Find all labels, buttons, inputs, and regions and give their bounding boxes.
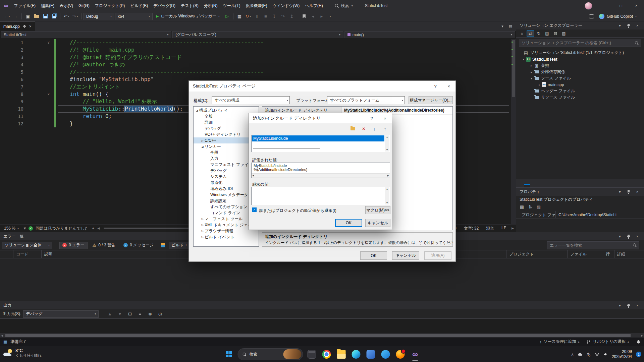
notifications-button[interactable]: [636, 340, 641, 344]
maximize-button[interactable]: □: [613, 0, 629, 11]
clear-all-icon[interactable]: ⊟: [126, 310, 134, 318]
scroll-right-icon[interactable]: ▶: [641, 334, 643, 337]
window-menu-icon[interactable]: ▾: [616, 22, 623, 29]
taskbar-app[interactable]: [379, 347, 392, 362]
start-button[interactable]: [222, 347, 236, 362]
close-icon[interactable]: ×: [634, 22, 641, 29]
step-out-button[interactable]: ↥: [288, 12, 296, 20]
ok-button[interactable]: OK: [335, 219, 362, 227]
expand-arrow-icon[interactable]: ▸: [529, 64, 534, 67]
tree-item[interactable]: ▾ StaticLibTest: [516, 56, 644, 62]
help-button[interactable]: ?: [429, 81, 442, 92]
error-list-search-input[interactable]: [550, 243, 631, 248]
column-line[interactable]: 行: [603, 250, 614, 258]
dialog-title-bar[interactable]: StaticLibTest プロパティ ページ ? ×: [189, 81, 455, 92]
expand-arrow-icon[interactable]: ▷: [200, 224, 205, 227]
expand-arrow-icon[interactable]: ▾: [529, 77, 534, 80]
close-icon[interactable]: ×: [634, 302, 641, 309]
document-health-icon[interactable]: ♥: [23, 226, 26, 231]
ime-indicator[interactable]: あ: [587, 352, 591, 357]
column-severity[interactable]: [0, 250, 13, 258]
taskbar-app[interactable]: [305, 347, 319, 362]
dialog-title-bar[interactable]: 追加のインクルード ディレクトリ ? ×: [249, 113, 392, 123]
scroll-left-icon[interactable]: ◀: [1, 334, 3, 337]
start-without-debugging-button[interactable]: ▷: [223, 12, 231, 20]
tree-item[interactable]: ▸ 外部依存関係: [516, 69, 644, 75]
close-button[interactable]: ×: [378, 113, 392, 123]
editor-vertical-scrollbar[interactable]: [511, 39, 516, 224]
menu-item[interactable]: プロジェクト(P): [92, 0, 128, 11]
configuration-dropdown[interactable]: すべての構成▾: [212, 96, 290, 104]
errors-filter-button[interactable]: × 0 エラー: [59, 242, 88, 249]
taskbar-app[interactable]: [350, 347, 363, 362]
directories-list[interactable]: MyStaticLib/include ▲▼: [251, 135, 390, 152]
select-repository-button[interactable]: リポジトリの選択 ▴: [587, 339, 629, 345]
pin-icon[interactable]: [625, 302, 632, 309]
cancel-button[interactable]: キャンセル: [392, 251, 419, 260]
navigate-back-button[interactable]: ←▾: [3, 12, 11, 20]
categorized-icon[interactable]: ▦: [518, 204, 526, 210]
solution-configuration-dropdown[interactable]: Debug▾: [84, 13, 114, 20]
taskbar-app[interactable]: [394, 347, 407, 362]
refresh-icon[interactable]: ↻: [535, 30, 542, 37]
feedback-chat-button[interactable]: [588, 12, 596, 20]
window-menu-icon[interactable]: ▾: [616, 188, 623, 195]
tree-item[interactable]: リソース ファイル: [516, 94, 644, 101]
column-code[interactable]: コード: [13, 250, 42, 258]
close-button[interactable]: ×: [629, 0, 644, 11]
messages-filter-button[interactable]: i 0 メッセージ: [120, 242, 157, 249]
window-menu-icon[interactable]: ▾: [616, 302, 623, 309]
close-button[interactable]: ×: [442, 81, 455, 92]
inherit-checkbox[interactable]: ✓: [252, 207, 257, 212]
menu-item[interactable]: ビルド(B): [127, 0, 151, 11]
menu-item[interactable]: ツール(T): [220, 0, 243, 11]
column-detail[interactable]: 詳細: [614, 250, 644, 258]
code-line[interactable]: 3//! @brief 静的ライブラリのテストコード: [0, 54, 516, 61]
new-project-button[interactable]: ▣: [24, 12, 32, 20]
open-folder-button[interactable]: [33, 12, 41, 20]
code-line[interactable]: 4//! @author つきの: [0, 61, 516, 68]
expand-arrow-icon[interactable]: ▸: [537, 83, 542, 86]
code-line[interactable]: 1∨//------------------------------------…: [0, 39, 516, 46]
bookmark-button[interactable]: [300, 12, 308, 20]
add-to-source-control-button[interactable]: ↑ ソース管理に追加 ▴: [539, 339, 579, 345]
code-line[interactable]: 5//-------------------------------------…: [0, 68, 516, 76]
configuration-manager-button[interactable]: 構成マネージャー(O)...: [409, 96, 453, 104]
pin-icon[interactable]: [23, 24, 26, 28]
zoom-dropdown[interactable]: 156 %▾: [2, 226, 21, 231]
expand-arrow-icon[interactable]: ▾: [521, 58, 526, 61]
list-vertical-scrollbar[interactable]: ▲▼: [385, 135, 389, 152]
autoscroll-icon[interactable]: ⊗: [146, 310, 154, 318]
solution-platform-dropdown[interactable]: x64▾: [115, 13, 153, 20]
close-icon[interactable]: ×: [634, 233, 641, 240]
user-avatar[interactable]: [585, 2, 592, 10]
move-down-button[interactable]: ↓: [370, 125, 378, 132]
document-list-dropdown[interactable]: ▾: [499, 23, 506, 29]
menu-item[interactable]: 表示(V): [57, 0, 76, 11]
solution-search-input[interactable]: [522, 41, 633, 45]
weather-widget[interactable]: 8°C くもり時々晴れ: [3, 348, 42, 358]
taskbar-app[interactable]: [335, 347, 348, 362]
next-bookmark-button[interactable]: ▸: [318, 12, 326, 20]
code-cleanup-icon[interactable]: ✦: [92, 226, 95, 231]
clock[interactable]: 20:09 2025/12/04: [612, 349, 632, 359]
apply-button[interactable]: 適用(A): [424, 251, 451, 260]
tab-close-icon[interactable]: ×: [29, 24, 32, 29]
wifi-icon[interactable]: [595, 353, 599, 356]
code-line[interactable]: 2//! @file main.cpp: [0, 46, 516, 54]
delete-line-button[interactable]: ×: [360, 125, 368, 132]
next-message-icon[interactable]: ▼: [116, 310, 124, 318]
menu-item[interactable]: 分析(N): [201, 0, 220, 11]
member-dropdown[interactable]: main() ▾: [344, 31, 515, 38]
menu-item[interactable]: ウィンドウ(W): [270, 0, 302, 11]
step-into-button[interactable]: ↧: [270, 12, 278, 20]
word-wrap-icon[interactable]: ≡: [136, 310, 144, 318]
attach-to-process-button[interactable]: ▦: [235, 12, 244, 20]
start-debugging-button[interactable]: ▶ ローカル Windows デバッガー ▾: [153, 12, 222, 20]
menu-item[interactable]: 拡張機能(E): [243, 0, 270, 11]
output-horizontal-scrollbar[interactable]: ◀ ▶: [0, 333, 644, 338]
inherited-value-box[interactable]: ▲▼: [251, 187, 390, 205]
search-highlight-image[interactable]: [283, 349, 302, 359]
onedrive-cloud-icon[interactable]: [578, 353, 583, 356]
scrollbar-thumb[interactable]: [5, 334, 631, 337]
